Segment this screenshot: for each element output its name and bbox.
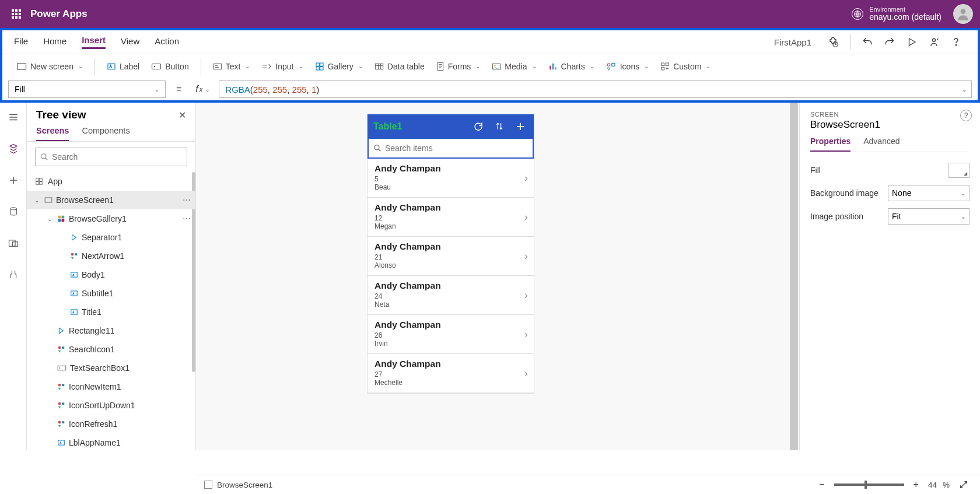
gallery-item[interactable]: Andy Champan21Alonso› — [368, 237, 534, 276]
svg-rect-20 — [662, 63, 664, 66]
tab-properties[interactable]: Properties — [810, 136, 850, 152]
tab-advanced[interactable]: Advanced — [863, 136, 900, 152]
formula-bar: Fill ⌄ = fx⌄ RGBA(255, 255, 255, 1) ⌄ — [2, 78, 978, 100]
svg-point-26 — [41, 154, 46, 159]
menu-view[interactable]: View — [121, 36, 139, 48]
zoom-slider[interactable] — [834, 484, 904, 486]
phone-preview: Table1 Andy Champan5Beau›Andy Champan12M… — [368, 114, 534, 393]
svg-rect-39 — [71, 291, 78, 296]
bgimage-select[interactable]: None⌄ — [888, 185, 970, 201]
menu-action[interactable]: Action — [155, 36, 179, 48]
zoom-in-button[interactable]: + — [910, 479, 922, 490]
datatable-label: Data table — [387, 62, 425, 71]
tree-item-rectangle11[interactable]: Rectangle11 — [27, 321, 195, 340]
tree-item-separator1[interactable]: Separator1 — [27, 228, 195, 247]
rail-tools-icon[interactable] — [5, 266, 22, 283]
gallery-dropdown[interactable]: Gallery⌄ — [309, 58, 369, 75]
app-name[interactable]: FirstApp1 — [774, 37, 811, 47]
app-header: Power Apps Environment enayu.com (defaul… — [0, 0, 980, 28]
refresh-icon[interactable] — [471, 119, 486, 134]
zoom-value: 44 — [928, 481, 937, 489]
screen-label: SCREEN — [810, 111, 970, 118]
svg-rect-27 — [36, 178, 39, 181]
canvas[interactable]: Table1 Andy Champan5Beau›Andy Champan12M… — [196, 103, 799, 450]
fit-screen-icon[interactable] — [956, 480, 972, 489]
menu-insert[interactable]: Insert — [82, 35, 106, 49]
rail-data-icon[interactable] — [5, 203, 22, 220]
gallery-item[interactable]: Andy Champan26Irvin› — [368, 315, 534, 354]
input-label: Input — [275, 62, 293, 71]
tree-item-lblappname1[interactable]: LblAppName1 — [27, 433, 195, 450]
sort-icon[interactable] — [492, 119, 507, 134]
tree-item-textsearchbox1[interactable]: TextSearchBox1 — [27, 359, 195, 377]
svg-point-51 — [374, 145, 379, 150]
gallery-item[interactable]: Andy Champan12Megan› — [368, 198, 534, 237]
tree-item-browsegallery1[interactable]: ⌄BrowseGallery1⋯ — [27, 209, 195, 228]
waffle-icon[interactable] — [7, 5, 26, 23]
svg-rect-49 — [62, 421, 64, 423]
help-icon[interactable] — [946, 32, 966, 52]
menu-home[interactable]: Home — [43, 36, 66, 48]
tree-item-iconsortupdown1[interactable]: IconSortUpDown1 — [27, 396, 195, 415]
forms-dropdown[interactable]: Forms⌄ — [430, 58, 487, 75]
avatar[interactable] — [953, 4, 973, 24]
tree-item-title1[interactable]: Title1 — [27, 303, 195, 321]
datatable-button[interactable]: Data table — [369, 58, 430, 75]
preview-search[interactable] — [368, 139, 534, 159]
expand-formula-icon[interactable]: ⌄ — [962, 86, 967, 93]
rail-tree-icon[interactable] — [5, 140, 22, 157]
tree-item-nextarrow1[interactable]: NextArrow1 — [27, 247, 195, 265]
tree-item-browsescreen1[interactable]: ⌄BrowseScreen1⋯ — [27, 191, 195, 209]
tree-app-node[interactable]: App — [27, 172, 195, 191]
app-checker-icon[interactable] — [823, 32, 843, 52]
tree-item-body1[interactable]: Body1 — [27, 265, 195, 284]
tree-item-searchicon1[interactable]: SearchIcon1 — [27, 340, 195, 359]
add-icon[interactable] — [513, 119, 528, 134]
screen-checkbox[interactable] — [204, 481, 212, 489]
formula-input[interactable]: RGBA(255, 255, 255, 1) ⌄ — [219, 80, 972, 98]
panel-help-icon[interactable]: ? — [960, 110, 972, 121]
menu-file[interactable]: File — [14, 36, 28, 48]
fx-button[interactable]: fx⌄ — [192, 84, 213, 94]
tab-screens[interactable]: Screens — [36, 126, 69, 141]
media-dropdown[interactable]: Media⌄ — [486, 58, 542, 75]
imgpos-select[interactable]: Fit⌄ — [888, 208, 970, 225]
environment-picker[interactable]: Environment enayu.com (default) — [852, 6, 942, 22]
custom-dropdown[interactable]: Custom⌄ — [654, 58, 716, 75]
tab-components[interactable]: Components — [82, 126, 130, 141]
zoom-out-button[interactable]: − — [816, 479, 828, 490]
button-label: Button — [165, 62, 188, 71]
svg-rect-9 — [214, 64, 221, 69]
close-icon[interactable]: ✕ — [178, 110, 186, 121]
svg-rect-29 — [36, 182, 39, 185]
fill-color-picker[interactable]: ◢ — [949, 163, 970, 178]
rail-hamburger-icon[interactable] — [5, 108, 22, 126]
redo-icon[interactable] — [880, 32, 900, 52]
property-dropdown[interactable]: Fill ⌄ — [8, 80, 166, 98]
svg-point-3 — [933, 38, 936, 41]
icons-label: Icons — [620, 62, 639, 71]
gallery-item[interactable]: Andy Champan5Beau› — [368, 159, 534, 198]
new-screen-button[interactable]: New screen⌄ — [10, 58, 89, 75]
label-button[interactable]: Label — [101, 58, 145, 75]
share-icon[interactable] — [924, 32, 944, 52]
text-dropdown[interactable]: Text⌄ — [207, 58, 256, 75]
tree-item-iconnewitem1[interactable]: IconNewItem1 — [27, 377, 195, 396]
undo-icon[interactable] — [858, 32, 877, 52]
tree-item-subtitle1[interactable]: Subtitle1 — [27, 284, 195, 303]
gallery-item[interactable]: Andy Champan27Mechelle› — [368, 354, 534, 393]
preview-search-input[interactable] — [385, 143, 528, 153]
play-icon[interactable] — [902, 32, 922, 52]
charts-dropdown[interactable]: Charts⌄ — [542, 58, 600, 75]
rail-add-icon[interactable] — [5, 171, 22, 189]
icons-dropdown[interactable]: Icons⌄ — [600, 58, 654, 75]
tree-search[interactable] — [35, 148, 187, 166]
canvas-scrollbar[interactable] — [790, 103, 798, 450]
new-screen-label: New screen — [30, 62, 74, 71]
button-button[interactable]: Button — [145, 58, 194, 75]
tree-search-input[interactable] — [52, 152, 182, 162]
gallery-item[interactable]: Andy Champan24Neta› — [368, 276, 534, 315]
input-dropdown[interactable]: Input⌄ — [256, 58, 309, 75]
tree-item-iconrefresh1[interactable]: IconRefresh1 — [27, 415, 195, 433]
rail-media-icon[interactable] — [5, 234, 22, 252]
